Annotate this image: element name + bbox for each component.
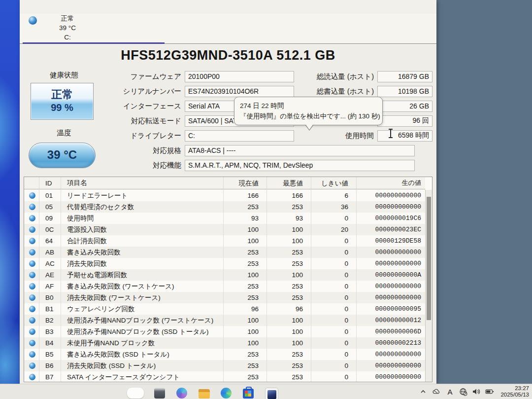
info-field-row: 使用時間 6598 時間 <box>20 128 432 143</box>
smart-attribute-name: 代替処理済のセクタ数 <box>61 201 223 213</box>
smart-id: B0 <box>39 292 61 303</box>
header-worst[interactable]: 最悪値 <box>266 177 311 189</box>
table-row[interactable]: 01 リードエラーレート 166 166 6 000000000000 <box>24 190 425 201</box>
header-name[interactable]: 項目名 <box>61 177 223 189</box>
smart-table-body: 01 リードエラーレート 166 166 6 000000000000 05 代… <box>24 190 425 382</box>
menu-item[interactable] <box>81 5 91 8</box>
info-field-value[interactable]: ATA8-ACS | ---- <box>185 145 415 156</box>
smart-raw-value: 00000000006D <box>356 326 425 337</box>
battery-icon[interactable] <box>485 387 494 396</box>
smart-threshold-value: 0 <box>311 337 356 349</box>
table-row[interactable]: AE 予期せぬ電源断回数 100 100 0 00000000000A <box>24 269 425 281</box>
smart-current-value: 253 <box>223 281 266 292</box>
smart-current-value: 253 <box>223 258 266 269</box>
menu-item[interactable] <box>41 5 51 8</box>
info-field-label: 総書込量 (ホスト) <box>317 87 377 96</box>
table-row[interactable]: B0 消去失敗回数 (ワーストケース) 253 253 0 0000000000… <box>24 292 425 303</box>
status-dot-icon <box>29 306 35 312</box>
network-globe-icon[interactable] <box>459 387 467 396</box>
speaker-volume-icon[interactable] <box>472 387 481 396</box>
table-row[interactable]: B1 ウェアレベリング回数 96 96 0 000000000095 <box>24 303 425 315</box>
table-row[interactable]: 0C 電源投入回数 100 100 20 0000000023EC <box>24 224 425 235</box>
main-panel: HFS512G39MND-3510A 512.1 GB 健康状態 正常 99 %… <box>20 44 436 384</box>
edge-browser-icon[interactable] <box>221 388 232 399</box>
smart-id: B6 <box>39 360 61 371</box>
table-row[interactable]: AF 書き込み失敗回数 (ワーストケース) 253 253 0 00000000… <box>24 281 425 292</box>
taskbar-clock[interactable]: 23:27 2025/05/13 <box>499 385 529 398</box>
smart-worst-value: 253 <box>266 349 311 360</box>
onedrive-cloud-icon[interactable] <box>432 387 441 396</box>
menu-item[interactable] <box>61 5 71 8</box>
clock-date: 2025/05/13 <box>500 392 529 398</box>
table-row[interactable]: 09 使用時間 93 93 0 0000000019C6 <box>24 213 425 224</box>
table-row[interactable]: AB 書き込み失敗回数 253 253 0 000000000000 <box>24 247 425 258</box>
smart-worst-value: 253 <box>266 360 311 371</box>
smart-raw-value: 00000129DE58 <box>356 235 425 247</box>
smart-worst-value: 253 <box>266 247 311 258</box>
crystaldiskinfo-taskbar-icon[interactable] <box>265 388 278 399</box>
smart-threshold-value: 6 <box>311 190 356 201</box>
table-row[interactable]: 64 合計消去回数 100 100 0 00000129DE58 <box>24 235 425 247</box>
microsoft-store-icon[interactable] <box>243 389 254 399</box>
copilot-icon[interactable] <box>176 388 187 399</box>
ime-mode-indicator[interactable]: A <box>445 387 454 396</box>
disk-tab-c[interactable]: 正常 39 °C C: <box>22 14 165 43</box>
smart-id: AF <box>39 281 61 292</box>
smart-id: AE <box>39 269 61 281</box>
smart-threshold-value: 0 <box>311 281 356 292</box>
smart-worst-value: 100 <box>266 326 311 337</box>
clock-time: 23:27 <box>500 385 529 392</box>
smart-id: 64 <box>39 235 61 247</box>
start-button-icon[interactable] <box>127 388 144 399</box>
table-row[interactable]: B2 使用済み予備NANDブロック数 (ワーストケース) 100 100 0 0… <box>24 315 425 326</box>
file-explorer-icon[interactable] <box>199 389 210 399</box>
info-field-value[interactable]: 6598 時間 <box>377 130 432 142</box>
status-dot-icon <box>29 283 35 290</box>
info-field-value[interactable]: 10198 GB <box>377 86 432 97</box>
info-field-value[interactable]: 16879 GB <box>377 71 432 82</box>
table-row[interactable]: B4 未使用予備NAND ブロック数 100 100 0 00000000221… <box>24 337 425 349</box>
header-id[interactable]: ID <box>39 177 61 189</box>
info-field-value[interactable]: 96 回 <box>377 115 432 127</box>
menu-item[interactable] <box>22 5 32 8</box>
header-current[interactable]: 現在値 <box>223 177 266 189</box>
info-field-value[interactable]: S.M.A.R.T., APM, NCQ, TRIM, DevSleep <box>185 160 415 171</box>
widgets-icon[interactable] <box>154 388 165 399</box>
smart-id: 05 <box>39 201 61 213</box>
table-scrollbar[interactable] <box>425 190 432 382</box>
smart-threshold-value: 0 <box>311 213 356 224</box>
scrollbar-thumb[interactable] <box>427 197 431 320</box>
smart-raw-value: 000000000012 <box>356 315 425 326</box>
smart-id: B1 <box>39 303 61 315</box>
usage-time-tooltip: 274 日 22 時間 『使用時間』の単位を検出中です... (約 130 秒) <box>234 97 383 125</box>
tooltip-line1: 274 日 22 時間 <box>240 101 377 111</box>
smart-id: B7 <box>39 371 61 382</box>
smart-raw-value: 000000000000 <box>356 190 425 201</box>
smart-worst-value: 93 <box>266 213 311 224</box>
table-row[interactable]: B6 消去失敗回数 (SSD トータル) 253 253 0 000000000… <box>24 360 425 371</box>
smart-attribute-name: 書き込み失敗回数 (ワーストケース) <box>61 281 223 292</box>
menu-item[interactable] <box>51 5 61 8</box>
menu-item[interactable] <box>71 5 81 8</box>
smart-attribute-name: 書き込み失敗回数 (SSD トータル) <box>61 349 223 360</box>
tray-chevron-up-icon[interactable] <box>419 387 428 396</box>
info-field-row: 対応規格 ATA8-ACS | ---- <box>20 143 419 158</box>
smart-worst-value: 100 <box>266 235 311 247</box>
info-field-value[interactable]: 26 GB <box>377 101 432 112</box>
smart-threshold-value: 0 <box>311 349 356 360</box>
header-raw[interactable]: 生の値 <box>356 177 425 189</box>
smart-worst-value: 253 <box>266 281 311 292</box>
ibeam-cursor-icon <box>388 129 393 139</box>
smart-current-value: 253 <box>223 201 266 213</box>
smart-raw-value: 000000000095 <box>356 303 425 315</box>
smart-current-value: 96 <box>223 303 266 315</box>
table-row[interactable]: B3 使用済み予備NANDブロック数 (SSD トータル) 100 100 0 … <box>24 326 425 337</box>
header-threshold[interactable]: しきい値 <box>311 177 356 189</box>
menu-item[interactable] <box>32 5 41 8</box>
smart-attribute-name: SATA インターフェースダウンシフト <box>61 371 223 382</box>
smart-raw-value: 000000002213 <box>356 337 425 349</box>
table-row[interactable]: B7 SATA インターフェースダウンシフト 253 253 0 0000000… <box>24 371 425 382</box>
table-row[interactable]: B5 書き込み失敗回数 (SSD トータル) 253 253 0 0000000… <box>24 349 425 360</box>
table-row[interactable]: AC 消去失敗回数 253 253 0 000000000000 <box>24 258 425 269</box>
table-row[interactable]: 05 代替処理済のセクタ数 253 253 36 000000000000 <box>24 201 425 213</box>
